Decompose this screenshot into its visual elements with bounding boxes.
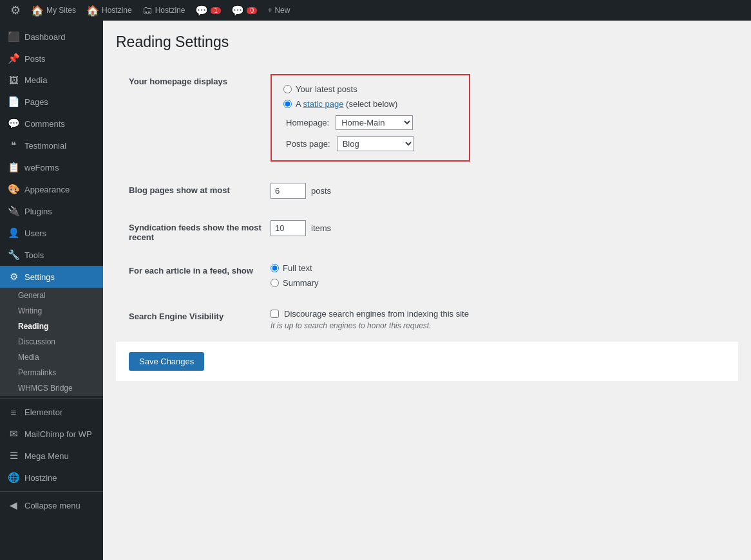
comments-count[interactable]: 💬 1 bbox=[190, 0, 226, 21]
tools-icon: 🔧 bbox=[8, 249, 19, 261]
settings-form: Your homepage displays Your latest posts… bbox=[116, 64, 738, 381]
admin-bar: ⚙ 🏠 My Sites 🏠 Hostzine 🗂 Hostzine 💬 1 💬… bbox=[0, 0, 751, 21]
blog-pages-input-row: posts bbox=[271, 183, 725, 199]
submenu-permalinks[interactable]: Permalinks bbox=[0, 365, 103, 380]
sidebar-item-users[interactable]: 👤 Users bbox=[0, 222, 103, 244]
submenu-whmcs-bridge[interactable]: WHMCS Bridge bbox=[0, 380, 103, 396]
weforms-icon: 📋 bbox=[8, 162, 19, 173]
syndication-unit: items bbox=[311, 223, 331, 233]
sidebar-item-media[interactable]: 🖼 Media bbox=[0, 70, 103, 91]
latest-posts-label: Your latest posts bbox=[296, 84, 357, 94]
search-engine-checkbox[interactable] bbox=[271, 310, 279, 318]
feed-article-row: For each article in a feed, show Full te… bbox=[116, 253, 738, 299]
static-page-option: A static page (select below) bbox=[283, 99, 457, 109]
pages-icon: 📄 bbox=[8, 96, 19, 107]
sidebar-item-comments[interactable]: 💬 Comments bbox=[0, 113, 103, 135]
sidebar-item-appearance[interactable]: 🎨 Appearance bbox=[0, 178, 103, 200]
summary-label: Summary bbox=[283, 278, 319, 288]
posts-icon: 📌 bbox=[8, 53, 19, 64]
settings-icon: ⚙ bbox=[8, 271, 19, 283]
collapse-icon: ◀ bbox=[8, 499, 19, 511]
elementor-icon: ≡ bbox=[8, 407, 19, 418]
search-engine-label: Search Engine Visibility bbox=[129, 309, 271, 321]
search-engine-note: It is up to search engines to honor this… bbox=[271, 321, 725, 330]
submenu-general[interactable]: General bbox=[0, 288, 103, 303]
my-sites[interactable]: 🏠 My Sites bbox=[26, 0, 81, 21]
users-icon: 👤 bbox=[8, 227, 19, 239]
new-content[interactable]: + New bbox=[262, 0, 295, 21]
site-hostzine-home[interactable]: 🏠 Hostzine bbox=[81, 0, 137, 21]
summary-radio[interactable] bbox=[271, 279, 279, 287]
submenu-media[interactable]: Media bbox=[0, 350, 103, 365]
media-icon: 🖼 bbox=[8, 75, 19, 86]
site-hostzine[interactable]: 🗂 Hostzine bbox=[137, 0, 191, 21]
comments-icon: 💬 bbox=[8, 118, 19, 129]
save-button-row: Save Changes bbox=[116, 341, 738, 381]
summary-option: Summary bbox=[271, 278, 725, 288]
homepage-select-row: Homepage: Home-Main Blog About Contact bbox=[286, 115, 457, 130]
search-engine-checkbox-row: Discourage search engines from indexing … bbox=[271, 309, 725, 319]
latest-posts-radio[interactable] bbox=[283, 85, 292, 93]
sidebar-item-dashboard[interactable]: ⬛ Dashboard bbox=[0, 26, 103, 48]
syndication-input-row: items bbox=[271, 220, 725, 236]
blog-pages-unit: posts bbox=[311, 186, 331, 196]
blog-pages-input[interactable] bbox=[271, 183, 306, 199]
search-engine-checkbox-label: Discourage search engines from indexing … bbox=[284, 309, 469, 319]
homepage-displays-row: Your homepage displays Your latest posts… bbox=[116, 64, 738, 173]
blog-pages-row: Blog pages show at most posts bbox=[116, 173, 738, 210]
collapse-menu[interactable]: ◀ Collapse menu bbox=[0, 494, 103, 516]
homepage-select[interactable]: Home-Main Blog About Contact bbox=[336, 115, 413, 130]
blog-pages-label: Blog pages show at most bbox=[129, 183, 271, 195]
static-page-radio[interactable] bbox=[283, 100, 292, 108]
plugins-icon: 🔌 bbox=[8, 205, 19, 217]
static-page-link[interactable]: static page bbox=[303, 99, 344, 109]
submenu-discussion[interactable]: Discussion bbox=[0, 334, 103, 350]
posts-page-select[interactable]: Blog News Updates bbox=[337, 136, 414, 151]
pending-count[interactable]: 💬 0 bbox=[226, 0, 262, 21]
sidebar-item-pages[interactable]: 📄 Pages bbox=[0, 91, 103, 113]
submenu-reading[interactable]: Reading bbox=[0, 319, 103, 334]
syndication-label: Syndication feeds show the most recent bbox=[129, 220, 271, 242]
submenu-writing[interactable]: Writing bbox=[0, 303, 103, 319]
sidebar-item-elementor[interactable]: ≡ Elementor bbox=[0, 402, 103, 423]
static-page-label: A static page (select below) bbox=[296, 99, 397, 109]
testimonial-icon: ❝ bbox=[8, 140, 19, 151]
appearance-icon: 🎨 bbox=[8, 183, 19, 195]
blog-pages-control: posts bbox=[271, 183, 725, 199]
homepage-select-label: Homepage: bbox=[286, 118, 329, 127]
hostzine-icon: 🌐 bbox=[8, 472, 19, 483]
search-engine-control: Discourage search engines from indexing … bbox=[271, 309, 725, 330]
full-text-label: Full text bbox=[283, 263, 312, 273]
sidebar-item-testimonial[interactable]: ❝ Testimonial bbox=[0, 135, 103, 156]
page-title: Reading Settings bbox=[116, 33, 738, 51]
sidebar-item-mailchimp[interactable]: ✉ MailChimp for WP bbox=[0, 423, 103, 445]
sidebar-item-plugins[interactable]: 🔌 Plugins bbox=[0, 200, 103, 222]
posts-page-select-label: Posts page: bbox=[286, 139, 330, 149]
posts-page-select-row: Posts page: Blog News Updates bbox=[286, 136, 457, 151]
mega-menu-icon: ☰ bbox=[8, 450, 19, 462]
homepage-displays-label: Your homepage displays bbox=[129, 74, 271, 86]
settings-submenu: General Writing Reading Discussion Media… bbox=[0, 288, 103, 396]
sidebar-item-tools[interactable]: 🔧 Tools bbox=[0, 244, 103, 266]
sidebar-item-posts[interactable]: 📌 Posts bbox=[0, 48, 103, 70]
homepage-displays-control: Your latest posts A static page (select … bbox=[271, 74, 725, 162]
search-engine-row: Search Engine Visibility Discourage sear… bbox=[116, 299, 738, 341]
latest-posts-option: Your latest posts bbox=[283, 84, 457, 94]
wp-logo[interactable]: ⚙ bbox=[5, 0, 26, 21]
save-button[interactable]: Save Changes bbox=[129, 352, 204, 371]
syndication-input[interactable] bbox=[271, 220, 306, 236]
feed-article-control: Full text Summary bbox=[271, 263, 725, 288]
feed-article-label: For each article in a feed, show bbox=[129, 263, 271, 275]
sidebar-item-mega-menu[interactable]: ☰ Mega Menu bbox=[0, 445, 103, 467]
full-text-option: Full text bbox=[271, 263, 725, 273]
full-text-radio[interactable] bbox=[271, 264, 279, 272]
sidebar-item-weforms[interactable]: 📋 weForms bbox=[0, 156, 103, 178]
syndication-control: items bbox=[271, 220, 725, 236]
dashboard-icon: ⬛ bbox=[8, 31, 19, 42]
syndication-row: Syndication feeds show the most recent i… bbox=[116, 210, 738, 253]
main-content: Reading Settings Your homepage displays … bbox=[103, 21, 751, 560]
sidebar-item-settings[interactable]: ⚙ Settings bbox=[0, 266, 103, 288]
sidebar: ⬛ Dashboard 📌 Posts 🖼 Media 📄 Pages 💬 Co… bbox=[0, 21, 103, 560]
mailchimp-icon: ✉ bbox=[8, 428, 19, 440]
sidebar-item-hostzine[interactable]: 🌐 Hostzine bbox=[0, 467, 103, 489]
